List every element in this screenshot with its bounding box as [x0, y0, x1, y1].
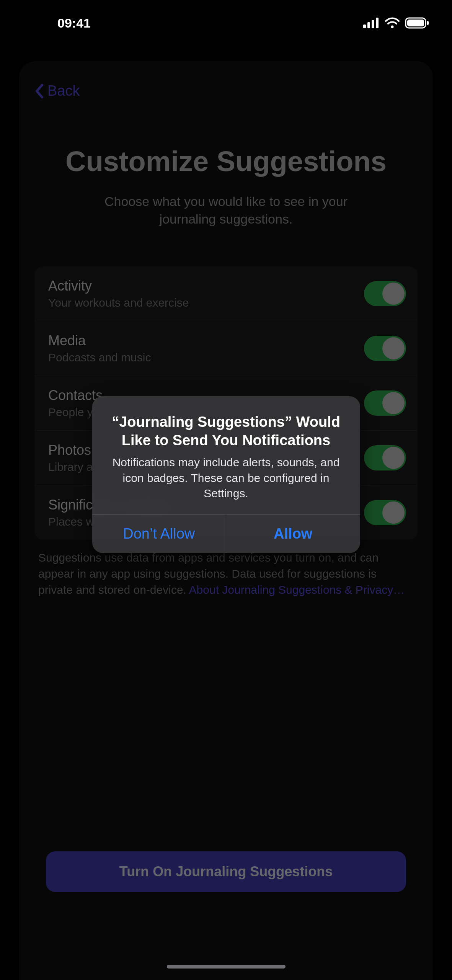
- privacy-link[interactable]: About Journaling Suggestions & Privacy…: [189, 583, 405, 596]
- setting-row-media: Media Podcasts and music: [34, 321, 418, 376]
- setting-row-activity: Activity Your workouts and exercise: [34, 266, 418, 321]
- turn-on-button[interactable]: Turn On Journaling Suggestions: [46, 851, 406, 892]
- svg-rect-1: [367, 22, 370, 28]
- svg-point-4: [391, 26, 394, 28]
- back-label: Back: [47, 83, 80, 99]
- status-icons: [363, 17, 429, 29]
- setting-subtitle: Podcasts and music: [48, 351, 364, 364]
- setting-title: Activity: [48, 278, 364, 294]
- cellular-icon: [363, 18, 379, 28]
- wifi-icon: [385, 17, 400, 29]
- alert-title: “Journaling Suggestions” Would Like to S…: [107, 413, 346, 449]
- disclaimer: Suggestions use data from apps and servi…: [34, 550, 418, 598]
- setting-subtitle: Your workouts and exercise: [48, 296, 364, 309]
- allow-label: Allow: [274, 526, 312, 542]
- svg-rect-6: [407, 20, 424, 26]
- toggle-contacts[interactable]: [364, 390, 406, 416]
- chevron-left-icon: [34, 83, 44, 99]
- setting-title: Media: [48, 333, 364, 349]
- toggle-activity[interactable]: [364, 281, 406, 306]
- notifications-alert: “Journaling Suggestions” Would Like to S…: [92, 396, 360, 553]
- svg-rect-2: [372, 20, 374, 28]
- battery-icon: [405, 17, 429, 29]
- page-title: Customize Suggestions: [34, 145, 418, 178]
- dont-allow-label: Don’t Allow: [123, 526, 195, 542]
- status-bar: 09:41: [0, 0, 452, 46]
- toggle-locations[interactable]: [364, 500, 406, 525]
- page-subtitle: Choose what you would like to see in you…: [81, 193, 372, 228]
- dont-allow-button[interactable]: Don’t Allow: [92, 515, 226, 553]
- home-indicator[interactable]: [167, 965, 286, 969]
- status-time: 09:41: [57, 16, 91, 31]
- alert-message: Notifications may include alerts, sounds…: [107, 455, 346, 501]
- toggle-photos[interactable]: [364, 445, 406, 470]
- allow-button[interactable]: Allow: [226, 515, 360, 553]
- turn-on-label: Turn On Journaling Suggestions: [119, 864, 333, 880]
- svg-rect-7: [427, 21, 429, 25]
- back-button[interactable]: Back: [34, 83, 418, 99]
- svg-rect-3: [376, 18, 379, 28]
- toggle-media[interactable]: [364, 336, 406, 361]
- svg-rect-0: [363, 24, 366, 28]
